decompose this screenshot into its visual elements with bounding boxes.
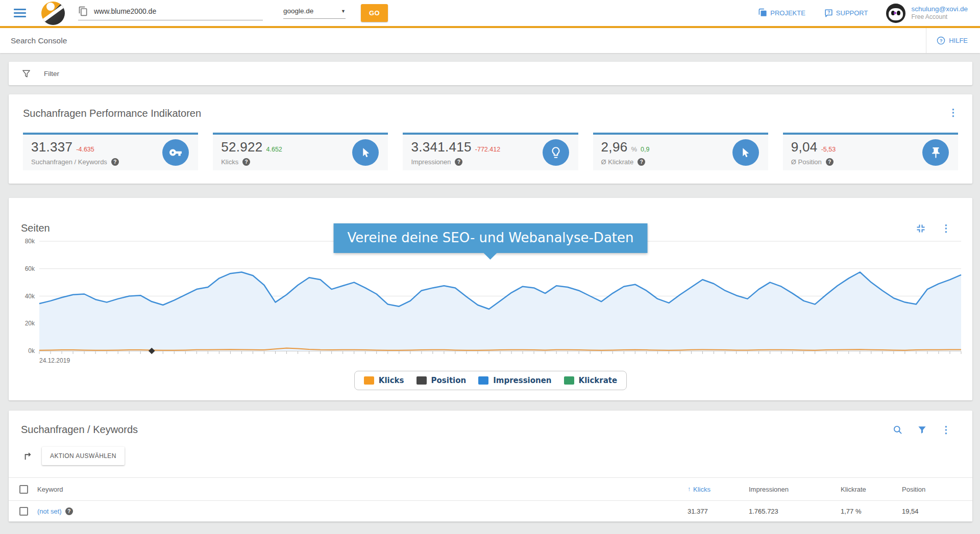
cell-position: 19,54 [902, 507, 972, 515]
domain-input[interactable] [94, 7, 257, 15]
svg-text:40k: 40k [25, 293, 35, 300]
column-header-keyword[interactable]: Keyword [37, 486, 688, 493]
account-menu[interactable]: schulung@xovi.de Free Account [886, 4, 968, 23]
domain-copy-icon [78, 6, 88, 16]
page-header: Search Console ? HILFE [0, 28, 980, 53]
kpi-card-klicks: 52.922 4.652 Klicks ? [213, 133, 388, 170]
kpi-delta: -4.635 [76, 146, 94, 153]
lightbulb-icon [543, 139, 569, 166]
keywords-kebab-menu-icon[interactable]: ⋮ [941, 425, 951, 435]
projects-icon [758, 8, 768, 18]
kpi-kebab-menu-icon[interactable]: ⋮ [948, 108, 958, 117]
cell-impressionen: 1.765.723 [749, 507, 841, 515]
go-button[interactable]: GO [361, 4, 388, 22]
legend-label: Impressionen [493, 376, 551, 385]
account-email: schulung@xovi.de [911, 5, 968, 14]
collapse-icon[interactable] [916, 223, 926, 234]
domain-field [78, 6, 263, 20]
menu-icon[interactable] [14, 9, 26, 17]
column-header-impressionen[interactable]: Impressionen [749, 486, 841, 493]
support-icon: ? [824, 8, 834, 18]
svg-text:?: ? [827, 10, 830, 15]
column-header-klickrate[interactable]: Klickrate [841, 486, 902, 493]
projekte-label: PROJEKTE [770, 9, 805, 17]
cell-klicks: 31.377 [688, 507, 749, 515]
help-icon[interactable]: ? [242, 158, 250, 166]
kpi-delta: -5,53 [821, 146, 836, 153]
search-engine-value: google.de [283, 7, 313, 15]
kpi-section: Suchanfragen Performance Indikatoren ⋮ 3… [9, 94, 972, 184]
svg-text:20k: 20k [25, 320, 35, 327]
help-icon[interactable]: ? [455, 158, 462, 166]
kpi-value: 9,04 [791, 139, 818, 155]
key-icon [162, 139, 189, 166]
help-icon[interactable]: ? [826, 158, 834, 166]
legend-label: Klickrate [579, 376, 618, 385]
kpi-delta: -772.412 [475, 146, 500, 153]
filter-label: Filter [44, 70, 59, 78]
hilfe-link[interactable]: ? HILFE [926, 28, 980, 53]
kpi-delta: 0,9 [641, 146, 649, 153]
projekte-link[interactable]: PROJEKTE [758, 8, 805, 18]
keywords-section-title: Suchanfragen / Keywords [21, 424, 138, 436]
legend-label: Position [431, 376, 467, 385]
hilfe-label: HILFE [949, 37, 968, 44]
legend-item-klickrate[interactable]: Klickrate [564, 376, 618, 385]
svg-text:?: ? [940, 38, 943, 43]
kpi-value: 31.337 [31, 139, 72, 155]
cursor-icon [732, 139, 759, 166]
keyword-link[interactable]: (not set) ? [37, 507, 688, 515]
select-all-checkbox[interactable] [19, 485, 28, 494]
kpi-card-impressionen: 3.341.415 -772.412 Impressionen ? [403, 133, 578, 170]
kpi-label: Ø Klickrate [601, 158, 634, 166]
table-filter-icon[interactable] [917, 425, 927, 435]
kpi-delta: 4.652 [266, 146, 282, 153]
column-header-position[interactable]: Position [902, 486, 972, 493]
legend-item-impressionen[interactable]: Impressionen [478, 376, 551, 385]
legend-item-klicks[interactable]: Klicks [364, 376, 404, 385]
filter-bar[interactable]: Filter [9, 62, 972, 85]
legend-swatch [478, 376, 488, 385]
kpi-card-position: 9,04 -5,53 Ø Position ? [783, 133, 958, 170]
help-circle-icon: ? [937, 36, 945, 45]
legend-swatch [416, 376, 427, 385]
x-axis-start-date: 24.12.2019 [39, 357, 70, 364]
keywords-card: Suchanfragen / Keywords ⋮ AKTION AUSWÄHL… [9, 411, 972, 522]
legend-swatch [364, 376, 374, 385]
cell-klickrate: 1,77 % [841, 507, 902, 515]
pages-kebab-menu-icon[interactable]: ⋮ [941, 223, 951, 233]
table-row: (not set) ? 31.377 1.765.723 1,77 % 19,5… [9, 500, 972, 522]
kpi-label: Klicks [221, 158, 238, 166]
promo-tooltip: Vereine deine SEO- und Webanalyse-Daten [334, 223, 648, 253]
kpi-section-title: Suchanfragen Performance Indikatoren [23, 108, 201, 119]
column-header-klicks[interactable]: ↑ Klicks [688, 486, 749, 493]
account-type: Free Account [911, 13, 968, 21]
kpi-unit: % [631, 145, 637, 153]
kpi-card-klickrate: 2,96 % 0,9 Ø Klickrate ? [593, 133, 768, 170]
pages-chart-card: Seiten ⋮ Vereine deine SEO- und Webanaly… [9, 198, 972, 400]
help-icon[interactable]: ? [111, 158, 119, 166]
topbar: google.de ▼ GO PROJEKTE ? SUPPORT schulu… [0, 0, 980, 28]
legend-item-position[interactable]: Position [416, 376, 467, 385]
svg-text:80k: 80k [25, 238, 35, 245]
help-icon[interactable]: ? [65, 507, 73, 515]
table-header-row: Keyword ↑ Klicks Impressionen Klickrate … [9, 477, 972, 500]
action-select-button[interactable]: AKTION AUSWÄHLEN [42, 447, 125, 465]
support-link[interactable]: ? SUPPORT [824, 8, 868, 18]
pin-icon [922, 139, 949, 166]
svg-text:60k: 60k [25, 265, 35, 272]
row-checkbox[interactable] [19, 507, 28, 516]
export-arrow-icon[interactable] [23, 450, 34, 462]
legend-label: Klicks [379, 376, 404, 385]
filter-funnel-icon [21, 69, 31, 79]
help-icon[interactable]: ? [638, 158, 645, 166]
kpi-value: 2,96 [601, 139, 628, 155]
xovi-logo[interactable] [41, 2, 65, 25]
search-engine-select[interactable]: google.de ▼ [283, 7, 346, 19]
kpi-value: 3.341.415 [411, 139, 471, 155]
sort-asc-icon: ↑ [688, 486, 691, 493]
search-icon[interactable] [893, 425, 903, 435]
avatar [886, 4, 905, 23]
kpi-value: 52.922 [221, 139, 262, 155]
chart-legend: KlicksPositionImpressionenKlickrate [354, 371, 627, 390]
